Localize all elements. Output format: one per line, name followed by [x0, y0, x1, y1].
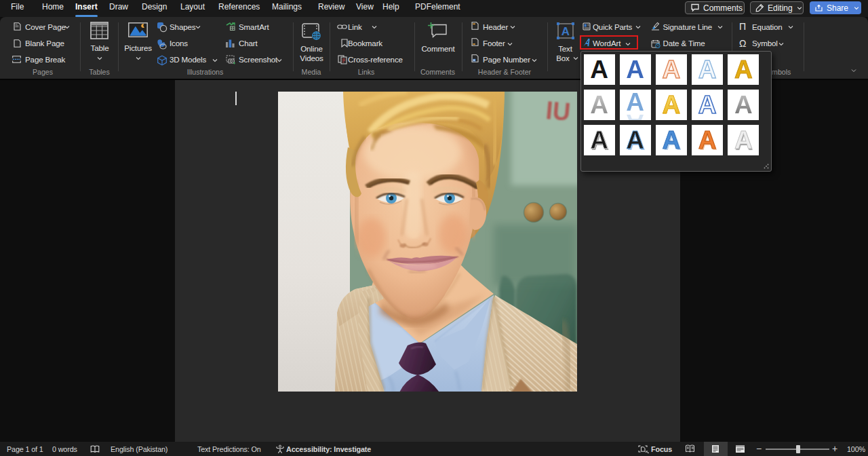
svg-text:A: A	[561, 25, 570, 38]
svg-text:IU: IU	[545, 96, 571, 126]
